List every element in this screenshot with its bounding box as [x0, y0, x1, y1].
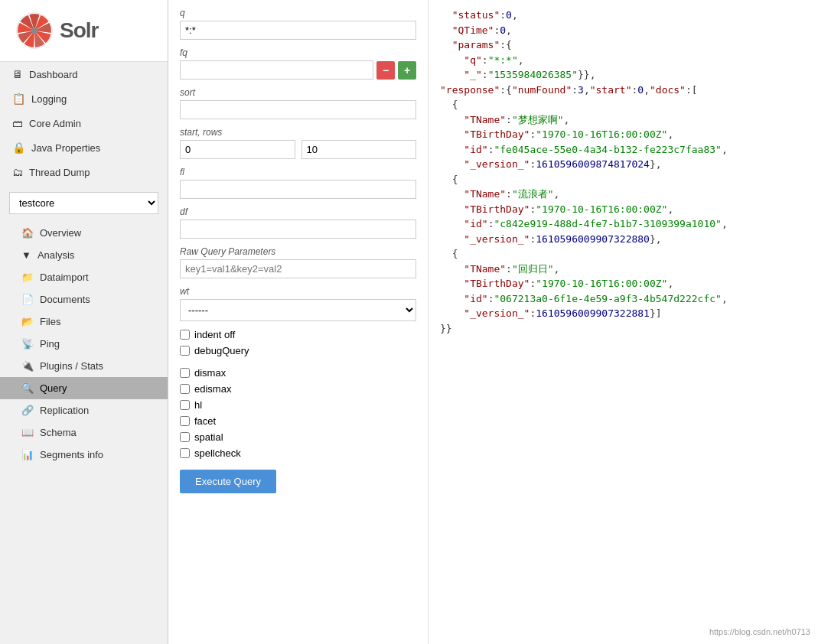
sub-nav-documents[interactable]: 📄 Documents	[0, 288, 168, 311]
nav-item-java-properties[interactable]: 🔒 Java Properties	[0, 135, 168, 160]
sub-nav-overview[interactable]: 🏠 Overview	[0, 222, 168, 244]
start-rows-row	[180, 140, 416, 159]
json-line-21: "_version_":1610596009907322881}]	[440, 306, 807, 321]
nav-item-dashboard[interactable]: 🖥 Dashboard	[0, 62, 168, 86]
sub-nav-label-plugins-stats: Plugins / Stats	[40, 360, 103, 372]
df-label: df	[180, 207, 416, 217]
sub-nav-replication[interactable]: 🔗 Replication	[0, 399, 168, 421]
spellcheck-label: spellcheck	[194, 447, 241, 459]
hl-checkbox[interactable]	[180, 400, 190, 410]
solr-logo-icon	[15, 11, 54, 50]
json-line-18: "TName":"回归日",	[440, 262, 807, 277]
core-select-dropdown[interactable]: testcore	[9, 192, 158, 214]
wt-label: wt	[180, 286, 416, 297]
nav-label-dashboard: Dashboard	[29, 69, 78, 80]
json-line-6: "response":{"numFound":3,"start":0,"docs…	[440, 83, 807, 98]
files-icon: 📂	[21, 316, 34, 327]
svg-point-2	[31, 28, 37, 34]
debug-query-row: debugQuery	[180, 345, 416, 356]
dismax-row: dismax	[180, 367, 416, 379]
json-line-16: "_version_":1610596009907322880},	[440, 232, 807, 247]
json-line-12: {	[440, 172, 807, 187]
sort-group: sort	[180, 87, 416, 119]
documents-icon: 📄	[21, 294, 34, 305]
json-line-8: "TName":"梦想家啊",	[440, 112, 807, 128]
sub-nav-label-ping: Ping	[40, 338, 60, 350]
sub-nav-label-segments-info: Segments info	[40, 449, 103, 460]
sub-nav-label-schema: Schema	[40, 427, 77, 438]
sort-input[interactable]	[180, 100, 416, 119]
edismax-label: edismax	[194, 383, 231, 395]
edismax-checkbox[interactable]	[180, 384, 190, 394]
dismax-checkbox[interactable]	[180, 368, 190, 378]
raw-params-input[interactable]	[180, 259, 416, 278]
json-line-19: "TBirthDay":"1970-10-16T16:00:00Z",	[440, 276, 807, 291]
fq-add-button[interactable]: +	[398, 61, 416, 80]
sub-nav-ping[interactable]: 📡 Ping	[0, 333, 168, 355]
facet-checkbox[interactable]	[180, 416, 190, 426]
fq-remove-button[interactable]: −	[376, 61, 395, 80]
start-rows-label: start, rows	[180, 127, 416, 138]
fq-input[interactable]	[180, 60, 373, 80]
logo-area: Solr	[0, 0, 168, 62]
nav-label-core-admin: Core Admin	[29, 118, 81, 129]
wt-select[interactable]: ------ json xml csv python ruby php velo…	[180, 299, 416, 321]
start-input[interactable]	[180, 140, 295, 159]
json-line-14: "TBirthDay":"1970-10-16T16:00:00Z",	[440, 202, 807, 217]
json-line-11: "_version_":1610596009874817024},	[440, 157, 807, 172]
sub-nav-segments-info[interactable]: 📊 Segments info	[0, 444, 168, 466]
q-group: q	[180, 8, 416, 40]
sub-nav-query[interactable]: 🔍 Query	[0, 377, 168, 399]
sort-label: sort	[180, 87, 416, 98]
fq-label: fq	[180, 47, 416, 58]
indent-off-row: indent off	[180, 329, 416, 340]
results-panel: "status":0, "QTime":0, "params":{ "q":"*…	[429, 0, 818, 644]
dataimport-icon: 📁	[21, 272, 34, 283]
sub-nav-label-overview: Overview	[40, 227, 81, 239]
edismax-row: edismax	[180, 383, 416, 395]
start-rows-group: start, rows	[180, 127, 416, 159]
json-line-3: "params":{	[440, 37, 807, 53]
json-line-15: "id":"c842e919-488d-4fe7-b1b7-3109399a10…	[440, 216, 807, 232]
fl-input[interactable]	[180, 180, 416, 199]
spellcheck-checkbox[interactable]	[180, 448, 190, 458]
nav-item-thread-dump[interactable]: 🗂 Thread Dump	[0, 160, 168, 184]
json-line-7: {	[440, 97, 807, 112]
json-line-22: }}	[440, 321, 807, 337]
top-nav: 🖥 Dashboard 📋 Logging 🗃 Core Admin 🔒 Jav…	[0, 62, 168, 184]
sub-nav-plugins-stats[interactable]: 🔌 Plugins / Stats	[0, 355, 168, 377]
watermark: https://blog.csdn.net/h0713	[709, 627, 810, 636]
nav-label-logging: Logging	[31, 93, 67, 105]
json-line-17: {	[440, 246, 807, 262]
q-input[interactable]	[180, 21, 416, 40]
solr-logo-text: Solr	[60, 18, 98, 43]
debug-query-checkbox[interactable]	[180, 346, 190, 356]
query-panel: q fq − + sort start, rows fl	[168, 0, 429, 644]
core-selector[interactable]: testcore	[9, 192, 158, 214]
schema-icon: 📖	[21, 427, 34, 438]
execute-query-button[interactable]: Execute Query	[180, 470, 276, 493]
dashboard-icon: 🖥	[12, 68, 23, 80]
nav-item-core-admin[interactable]: 🗃 Core Admin	[0, 111, 168, 135]
indent-off-checkbox[interactable]	[180, 330, 190, 340]
sub-nav-label-files: Files	[40, 316, 60, 327]
spatial-checkbox[interactable]	[180, 432, 190, 442]
nav-label-thread-dump: Thread Dump	[29, 167, 90, 178]
json-line-4: "q":"*:*",	[440, 53, 807, 68]
replication-icon: 🔗	[21, 405, 34, 416]
sub-nav-label-replication: Replication	[40, 405, 89, 416]
hl-label: hl	[194, 399, 202, 411]
raw-params-label: Raw Query Parameters	[180, 246, 416, 257]
sub-nav: 🏠 Overview ▼ Analysis 📁 Dataimport 📄 Doc…	[0, 222, 168, 466]
sub-nav-dataimport[interactable]: 📁 Dataimport	[0, 266, 168, 288]
rows-input[interactable]	[301, 140, 417, 159]
sub-nav-label-analysis: Analysis	[37, 249, 74, 261]
sub-nav-analysis[interactable]: ▼ Analysis	[0, 244, 168, 266]
analysis-icon: ▼	[21, 249, 31, 261]
nav-label-java-properties: Java Properties	[31, 142, 100, 154]
nav-item-logging[interactable]: 📋 Logging	[0, 86, 168, 111]
sub-nav-schema[interactable]: 📖 Schema	[0, 421, 168, 444]
df-input[interactable]	[180, 220, 416, 239]
sub-nav-files[interactable]: 📂 Files	[0, 311, 168, 333]
fl-label: fl	[180, 167, 416, 177]
